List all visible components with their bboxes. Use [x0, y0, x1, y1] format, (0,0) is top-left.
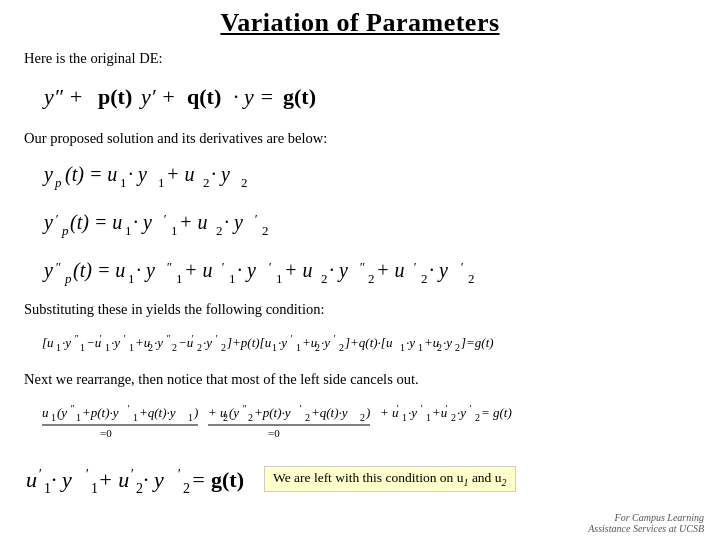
final-formula-svg: u ′ 1 · y ′ 1 + u ′ 2 · y ′ 2 = g(t)	[24, 457, 254, 501]
svg-text:· y: · y	[143, 467, 164, 492]
svg-text:″: ″	[55, 259, 61, 274]
svg-text:2: 2	[136, 481, 143, 496]
svg-text:2: 2	[421, 271, 428, 286]
footer-line2: Assistance Services at UCSB	[588, 523, 704, 534]
svg-text:1: 1	[229, 271, 236, 286]
svg-text:]=g(t): ]=g(t)	[460, 335, 494, 350]
svg-text:2: 2	[339, 342, 344, 353]
svg-text:2: 2	[203, 175, 210, 190]
svg-text:′: ′	[299, 403, 302, 414]
svg-text:+ u: + u	[179, 211, 208, 233]
svg-text:· y: · y	[128, 163, 147, 186]
svg-text:g(t): g(t)	[283, 84, 316, 109]
svg-text:1: 1	[400, 342, 405, 353]
intro-label: Here is the original DE:	[24, 48, 696, 68]
svg-text:· y: · y	[133, 211, 152, 234]
svg-text:· y: · y	[51, 467, 72, 492]
svg-text:2: 2	[223, 412, 228, 423]
yp-formula: y p (t) = u 1 · y 1 + u 2 · y 2	[40, 155, 696, 197]
svg-text:2: 2	[451, 412, 456, 423]
svg-text:+q(t)·y: +q(t)·y	[311, 405, 348, 420]
footer: For Campus Learning Assistance Services …	[588, 512, 704, 534]
svg-text:p: p	[64, 271, 72, 286]
original-de-formula: y″ + p(t) y′ + q(t) · y = g(t)	[40, 74, 696, 122]
svg-text:″: ″	[70, 403, 75, 414]
svg-text:·y: ·y	[443, 335, 452, 350]
svg-text:′: ′	[38, 467, 42, 482]
svg-text:′: ′	[268, 259, 271, 274]
substitution-formula: [u 1 ·y ″ 1 −u ′ 1 ·y ′ 1 +u 2 ·y ″ 2 −u…	[40, 325, 696, 363]
svg-text:′: ′	[127, 403, 130, 414]
svg-text:′: ′	[290, 333, 293, 344]
svg-text:p(t): p(t)	[98, 84, 132, 109]
svg-text:1: 1	[44, 481, 51, 496]
svg-text:″: ″	[74, 333, 79, 344]
svg-text:· y: · y	[429, 259, 448, 282]
svg-text:′: ′	[85, 467, 89, 482]
svg-text:y: y	[42, 211, 53, 234]
svg-text:′: ′	[445, 403, 448, 414]
svg-text:′: ′	[123, 333, 126, 344]
svg-text:= g(t): = g(t)	[481, 405, 512, 420]
yp-prime-svg: y ′ p (t) = u 1 · y ′ 1 + u 2 · y ′ 2	[40, 203, 380, 241]
svg-text:′: ′	[396, 403, 399, 414]
svg-text:1: 1	[296, 342, 301, 353]
svg-text:(t) = u: (t) = u	[65, 163, 117, 186]
svg-text:2: 2	[172, 342, 177, 353]
svg-text:2: 2	[197, 342, 202, 353]
svg-text:2: 2	[216, 223, 223, 238]
svg-text:′: ′	[55, 211, 58, 226]
svg-text:1: 1	[426, 412, 431, 423]
svg-text:=0: =0	[100, 427, 112, 439]
svg-text:·y: ·y	[62, 335, 71, 350]
rearrange-label: Next we rearrange, then notice that most…	[24, 369, 696, 389]
svg-text:· y: · y	[237, 259, 256, 282]
proposed-label: Our proposed solution and its derivative…	[24, 128, 696, 148]
svg-text:· y =: · y =	[233, 84, 274, 109]
svg-text:2: 2	[248, 412, 253, 423]
svg-text:2: 2	[315, 342, 320, 353]
svg-text:1: 1	[129, 342, 134, 353]
svg-text:1: 1	[91, 481, 98, 496]
svg-text:[u: [u	[42, 335, 54, 350]
svg-text:=0: =0	[268, 427, 280, 439]
svg-text:q(t): q(t)	[187, 84, 221, 109]
subst-svg: [u 1 ·y ″ 1 −u ′ 1 ·y ′ 1 +u 2 ·y ″ 2 −u…	[40, 325, 720, 359]
svg-text:·y: ·y	[408, 405, 417, 420]
svg-text:1: 1	[188, 412, 193, 423]
svg-text:2: 2	[437, 342, 442, 353]
svg-text:1: 1	[133, 412, 138, 423]
svg-text:′: ′	[221, 259, 224, 274]
svg-text:(y: (y	[57, 405, 67, 420]
yp-dbl-prime-svg: y ″ p (t) = u 1 · y ″ 1 + u ′ 1 · y ′ 1 …	[40, 251, 560, 289]
svg-text:· y: · y	[136, 259, 155, 282]
svg-text:2: 2	[305, 412, 310, 423]
svg-text:·y: ·y	[321, 335, 330, 350]
svg-text:1: 1	[120, 175, 127, 190]
svg-text:·y: ·y	[154, 335, 163, 350]
svg-text:″: ″	[166, 259, 172, 274]
svg-text:′: ′	[413, 259, 416, 274]
svg-text:+q(t)·y: +q(t)·y	[139, 405, 176, 420]
page-title: Variation of Parameters	[24, 8, 696, 38]
svg-text:· y: · y	[329, 259, 348, 282]
de-svg: y″ + p(t) y′ + q(t) · y = g(t)	[40, 74, 360, 118]
svg-text:g(t): g(t)	[211, 467, 244, 492]
svg-text:·y: ·y	[406, 335, 415, 350]
svg-text:1: 1	[125, 223, 132, 238]
svg-text:+ u: + u	[184, 259, 213, 281]
svg-text:1: 1	[105, 342, 110, 353]
svg-text:y: y	[42, 163, 53, 186]
svg-text:u: u	[42, 405, 49, 420]
svg-text:2: 2	[183, 481, 190, 496]
svg-text:p: p	[54, 175, 62, 190]
svg-text:·y: ·y	[203, 335, 212, 350]
svg-text:y: y	[42, 259, 53, 282]
svg-text:1: 1	[176, 271, 183, 286]
svg-text:·y: ·y	[278, 335, 287, 350]
svg-text:2: 2	[148, 342, 153, 353]
svg-text:2: 2	[321, 271, 328, 286]
svg-text:2: 2	[455, 342, 460, 353]
svg-text:+p(t)·y: +p(t)·y	[254, 405, 291, 420]
svg-text:): )	[365, 405, 370, 420]
